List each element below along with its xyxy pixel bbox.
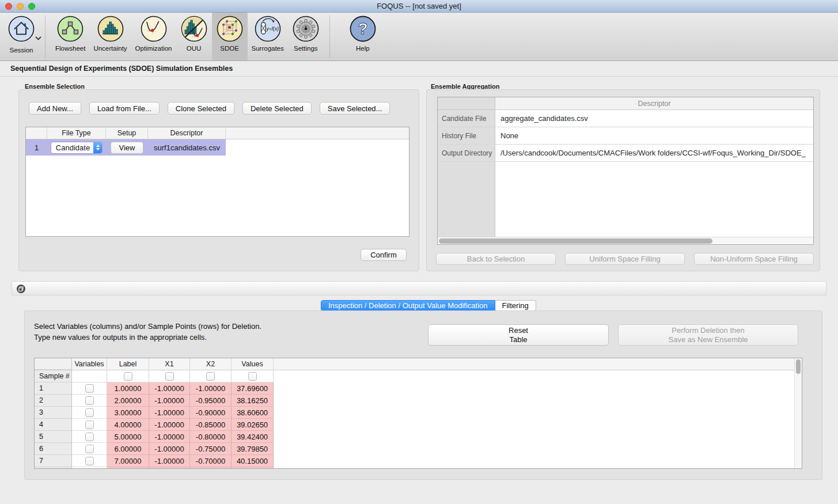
candidate-file-row: Candidate File aggregate_candidates.csv xyxy=(438,110,813,127)
x1-cell[interactable]: -1.00000 xyxy=(149,443,190,455)
row-header[interactable]: 7 xyxy=(35,455,72,467)
values-cell[interactable]: 38.16250 xyxy=(232,395,274,407)
toolbar-item-help[interactable]: ? Help xyxy=(345,13,381,60)
clone-selected-button[interactable]: Clone Selected xyxy=(168,102,234,115)
file-type-column-header[interactable]: File Type xyxy=(47,127,106,139)
label-cell[interactable]: 4.00000 xyxy=(107,419,149,431)
x2-cell[interactable]: -1.00000 xyxy=(190,382,232,395)
x1-cell[interactable]: -1.00000 xyxy=(149,455,190,467)
x2-cell[interactable]: -0.95000 xyxy=(190,395,232,407)
output-directory-label: Output Directory xyxy=(438,145,495,161)
label-cell[interactable]: 3.00000 xyxy=(107,407,149,419)
minimize-window-button[interactable] xyxy=(17,3,24,10)
x1-cell[interactable]: -1.00000 xyxy=(149,431,190,443)
candidate-file-value[interactable]: aggregate_candidates.csv xyxy=(495,110,813,127)
descriptor-column-header[interactable]: Descriptor xyxy=(148,127,226,139)
scrollbar-thumb[interactable] xyxy=(796,359,801,374)
row-header[interactable]: 2 xyxy=(35,395,72,407)
zoom-window-button[interactable] xyxy=(28,3,35,10)
non-uniform-space-filling-button[interactable]: Non-Uniform Space Filling xyxy=(694,253,814,265)
doe-cube-icon xyxy=(216,15,244,43)
history-file-value[interactable]: None xyxy=(495,127,813,144)
label-cell[interactable]: 6.00000 xyxy=(107,443,149,455)
setup-column-header[interactable]: Setup xyxy=(106,127,148,139)
x2-cell[interactable]: -0.85000 xyxy=(190,419,232,431)
row-header[interactable]: 5 xyxy=(35,431,72,443)
view-button[interactable]: View xyxy=(111,142,144,154)
label-column-checkbox[interactable] xyxy=(124,372,132,381)
variables-column-header[interactable]: Variables xyxy=(72,358,107,370)
ensemble-table-header: File Type Setup Descriptor xyxy=(26,127,409,139)
values-cell[interactable]: 39.42400 xyxy=(232,431,274,443)
descriptor-cell[interactable]: surf1candidates.csv xyxy=(148,139,226,156)
label-cell[interactable]: 7.00000 xyxy=(107,455,149,467)
toolbar-item-sdoe[interactable]: SDOE xyxy=(212,13,248,60)
row-checkbox[interactable] xyxy=(85,384,94,393)
x1-cell[interactable]: -1.00000 xyxy=(149,382,190,395)
toolbar-item-uncertainty[interactable]: Uncertainty xyxy=(89,13,131,60)
delete-selected-button[interactable]: Delete Selected xyxy=(242,102,312,115)
confirm-button[interactable]: Confirm xyxy=(361,249,407,261)
values-cell[interactable]: 38.60600 xyxy=(232,407,274,419)
row-checkbox[interactable] xyxy=(85,457,94,465)
perform-deletion-button[interactable]: Perform Deletion then Save as New Ensemb… xyxy=(618,324,798,346)
values-cell[interactable]: 37.69600 xyxy=(232,382,274,395)
scrollbar-thumb[interactable] xyxy=(439,238,712,244)
tab-inspection-deletion[interactable]: Inspection / Deletion / Output Value Mod… xyxy=(321,300,495,311)
uniform-space-filling-button[interactable]: Uniform Space Filling xyxy=(565,253,685,265)
values-cell[interactable]: 40.15000 xyxy=(232,455,274,467)
vertical-scrollbar[interactable] xyxy=(794,358,802,468)
toolbar-item-ouu[interactable]: OUU xyxy=(176,13,212,60)
horizontal-scrollbar[interactable] xyxy=(438,237,813,244)
save-selected-button[interactable]: Save Selected... xyxy=(320,102,390,115)
row-number[interactable]: 1 xyxy=(26,139,47,156)
label-cell[interactable]: 5.00000 xyxy=(107,431,149,443)
file-type-combobox[interactable]: Candidate xyxy=(51,142,103,154)
x1-cell[interactable]: -1.00000 xyxy=(149,395,190,407)
close-window-button[interactable] xyxy=(5,3,12,10)
x1-cell[interactable]: -1.00000 xyxy=(149,407,190,419)
x1-cell[interactable]: -1.00000 xyxy=(149,419,190,431)
x1-column-checkbox[interactable] xyxy=(165,372,174,381)
output-directory-value[interactable]: /Users/candcook/Documents/CMACFiles/Work… xyxy=(495,145,813,161)
tab-filtering[interactable]: Filtering xyxy=(495,300,536,311)
table-row: 7 7.00000 -1.00000 -0.70000 40.15000 xyxy=(35,455,794,467)
toolbar-item-surrogates[interactable]: y=f(x) Surrogates xyxy=(248,13,288,60)
x2-column-header[interactable]: X2 xyxy=(190,358,232,370)
flowsheet-icon xyxy=(56,15,84,43)
toolbar-item-settings[interactable]: Settings xyxy=(288,13,324,60)
x2-column-checkbox[interactable] xyxy=(206,372,215,381)
reset-table-button[interactable]: Reset Table xyxy=(428,324,609,346)
label-column-header[interactable]: Label xyxy=(107,358,149,370)
row-checkbox[interactable] xyxy=(85,408,94,417)
load-from-file-button[interactable]: Load from File... xyxy=(89,102,160,115)
values-cell[interactable]: 39.02650 xyxy=(232,419,274,431)
back-to-selection-button[interactable]: Back to Selection xyxy=(436,253,556,265)
values-cell[interactable]: 39.79850 xyxy=(232,443,274,455)
row-header[interactable]: 1 xyxy=(35,382,72,395)
x2-cell[interactable]: -0.80000 xyxy=(190,431,232,443)
toolbar-item-optimization[interactable]: Optimization xyxy=(131,13,176,60)
row-header[interactable]: 3 xyxy=(35,407,72,419)
table-row[interactable]: 1 Candidate View surf1candidates.csv xyxy=(26,139,409,156)
x2-cell[interactable]: -0.90000 xyxy=(190,407,232,419)
row-header[interactable]: 4 xyxy=(35,419,72,431)
toolbar-separator xyxy=(45,16,45,58)
float-panel-button[interactable] xyxy=(17,285,25,293)
partial-row xyxy=(35,467,794,469)
label-cell[interactable]: 2.00000 xyxy=(107,395,149,407)
x2-cell[interactable]: -0.75000 xyxy=(190,443,232,455)
row-checkbox[interactable] xyxy=(85,420,94,429)
x1-column-header[interactable]: X1 xyxy=(149,358,190,370)
values-column-header[interactable]: Values xyxy=(232,358,274,370)
toolbar-item-flowsheet[interactable]: Flowsheet xyxy=(51,13,89,60)
row-checkbox[interactable] xyxy=(85,433,94,441)
row-checkbox[interactable] xyxy=(85,396,94,405)
values-column-checkbox[interactable] xyxy=(248,372,257,381)
label-cell[interactable]: 1.00000 xyxy=(107,382,149,395)
toolbar-item-session[interactable]: Session xyxy=(3,13,39,60)
row-checkbox[interactable] xyxy=(85,445,94,453)
row-header[interactable]: 6 xyxy=(35,443,72,455)
add-new-button[interactable]: Add New... xyxy=(29,102,81,115)
x2-cell[interactable]: -0.70000 xyxy=(190,455,232,467)
